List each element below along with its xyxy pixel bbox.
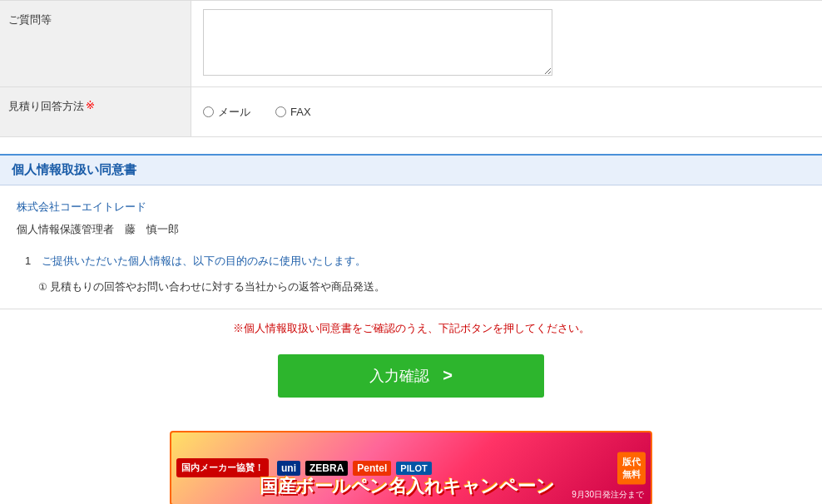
submit-button[interactable]: 入力確認 > bbox=[278, 354, 544, 398]
banner-right-box: 版代無料 bbox=[617, 452, 646, 484]
brand-pilot: PILOT bbox=[396, 462, 431, 475]
reply-required: ※ bbox=[86, 99, 95, 111]
question-row: ご質問等 bbox=[0, 0, 822, 87]
submit-area: 入力確認 > bbox=[0, 343, 822, 414]
banner-image[interactable]: 国内メーカー協賛！ uni ZEBRA Pentel PILOT 国産ボールペン… bbox=[170, 431, 652, 504]
reply-fax-label: FAX bbox=[290, 106, 311, 118]
privacy-item1-text: ご提供いただいた個人情報は、以下の目的のみに使用いたします。 bbox=[42, 254, 366, 267]
privacy-title: 個人情報取扱い同意書 bbox=[12, 162, 810, 178]
question-field bbox=[191, 1, 822, 86]
privacy-item1: 1 ご提供いただいた個人情報は、以下の目的のみに使用いたします。 bbox=[25, 251, 805, 270]
reply-fax-option[interactable]: FAX bbox=[275, 106, 311, 118]
privacy-list: 1 ご提供いただいた個人情報は、以下の目的のみに使用いたします。 見積もりの回答… bbox=[17, 251, 805, 297]
notice-text: ※個人情報取扱い同意書をご確認のうえ、下記ボタンを押してください。 bbox=[0, 309, 822, 343]
reply-email-label: メール bbox=[218, 105, 250, 120]
banner-area: 国内メーカー協賛！ uni ZEBRA Pentel PILOT 国産ボールペン… bbox=[0, 414, 822, 504]
spacer bbox=[0, 137, 822, 147]
banner-content: 国内メーカー協賛！ uni ZEBRA Pentel PILOT 国産ボールペン… bbox=[171, 432, 651, 504]
question-scroll-area bbox=[203, 9, 552, 78]
reply-email-radio[interactable] bbox=[203, 106, 214, 117]
reply-radio-group: メール FAX bbox=[203, 105, 311, 120]
privacy-manager: 個人情報保護管理者 藤 慎一郎 bbox=[17, 220, 805, 239]
privacy-item1-num: 1 bbox=[25, 254, 31, 267]
reply-email-option[interactable]: メール bbox=[203, 105, 250, 120]
reply-label: 見積り回答方法※ bbox=[0, 87, 191, 136]
banner-main-text: 国産ボールペン名入れキャンペーン bbox=[230, 474, 584, 499]
submit-label: 入力確認 bbox=[369, 366, 429, 386]
privacy-header: 個人情報取扱い同意書 bbox=[0, 156, 822, 185]
privacy-sub-list: 見積もりの回答やお問い合わせに対する当社からの返答や商品発送。 bbox=[25, 277, 805, 297]
reply-fax-radio[interactable] bbox=[275, 106, 286, 117]
submit-arrow: > bbox=[443, 366, 453, 385]
reply-row: 見積り回答方法※ メール FAX bbox=[0, 87, 822, 137]
privacy-content: 株式会社コーエイトレード 個人情報保護管理者 藤 慎一郎 1 ご提供いただいた個… bbox=[0, 185, 822, 309]
question-textarea[interactable] bbox=[203, 9, 552, 76]
privacy-section: 個人情報取扱い同意書 株式会社コーエイトレード 個人情報保護管理者 藤 慎一郎 … bbox=[0, 154, 822, 309]
reply-field: メール FAX bbox=[191, 87, 822, 136]
privacy-company: 株式会社コーエイトレード bbox=[17, 197, 805, 216]
banner-right-label: 版代無料 bbox=[622, 456, 641, 478]
banner-date: 9月30日発注分まで bbox=[572, 489, 644, 501]
question-label: ご質問等 bbox=[0, 1, 191, 86]
privacy-sub-item1: 見積もりの回答やお問い合わせに対する当社からの返答や商品発送。 bbox=[38, 277, 805, 297]
